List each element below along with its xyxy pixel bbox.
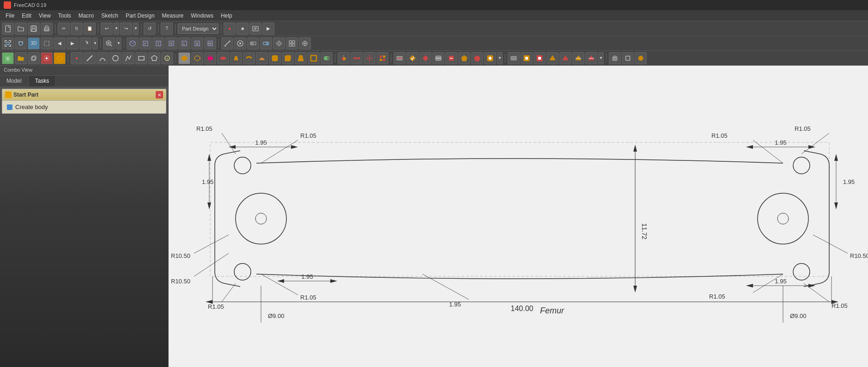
save-file-button[interactable] <box>28 23 40 35</box>
left-view-button[interactable]: L <box>178 37 190 49</box>
help-button[interactable]: ? <box>161 23 173 35</box>
stop-macro-button[interactable]: ■ <box>237 23 249 35</box>
view-extra4[interactable] <box>286 37 298 49</box>
pipe-button[interactable] <box>243 52 255 64</box>
macro-editor-button[interactable] <box>249 23 261 35</box>
menu-measure[interactable]: Measure <box>158 12 188 20</box>
view-extra1[interactable] <box>247 37 259 49</box>
menu-tools[interactable]: Tools <box>55 12 75 20</box>
groove-button[interactable] <box>217 52 229 64</box>
extra2-button[interactable] <box>458 52 470 64</box>
subtractive-button[interactable] <box>471 52 483 64</box>
extra9-button[interactable] <box>559 52 571 64</box>
shape-button[interactable] <box>419 52 431 64</box>
menu-help[interactable]: Help <box>217 12 236 20</box>
rear-view-button[interactable]: Rr <box>204 37 216 49</box>
view-dropdown[interactable]: ▼ <box>92 37 98 49</box>
extra5-button[interactable] <box>508 52 520 64</box>
section-button[interactable] <box>394 52 406 64</box>
clone-button[interactable] <box>28 52 40 64</box>
bottom-view-button[interactable]: B <box>191 37 203 49</box>
point3-button[interactable] <box>432 52 444 64</box>
play-macro-button[interactable]: ▶ <box>262 23 274 35</box>
pad-button[interactable] <box>178 52 190 64</box>
new-sketch-button[interactable] <box>54 52 66 64</box>
extra10-button[interactable] <box>572 52 584 64</box>
extra14-button[interactable] <box>635 52 647 64</box>
fillet-sketch-button[interactable]: f <box>161 52 173 64</box>
menu-partdesign[interactable]: Part Design <box>122 12 158 20</box>
arc-button[interactable] <box>97 52 109 64</box>
boolean-button[interactable] <box>321 52 333 64</box>
tab-tasks[interactable]: Tasks <box>29 76 56 86</box>
menu-macro[interactable]: Macro <box>75 12 97 20</box>
close-panel-button[interactable]: ✕ <box>156 91 163 98</box>
redo-dropdown[interactable]: ▼ <box>133 23 139 35</box>
extra4-button[interactable] <box>484 52 496 64</box>
refresh-button[interactable]: ↺ <box>144 23 156 35</box>
chamfer-button[interactable] <box>282 52 294 64</box>
rect-button[interactable] <box>135 52 147 64</box>
linear-pattern-button[interactable] <box>351 52 363 64</box>
undo-dropdown[interactable]: ▼ <box>114 23 119 35</box>
undo-button[interactable]: ↩ <box>101 23 113 35</box>
extra7-button[interactable] <box>534 52 546 64</box>
open-folder-button[interactable] <box>15 52 27 64</box>
isometric-view-button[interactable] <box>127 37 139 49</box>
toggle-button[interactable] <box>234 37 246 49</box>
revolution-button[interactable] <box>204 52 216 64</box>
measure-button[interactable] <box>221 37 233 49</box>
3d-view-button[interactable]: 3D <box>28 37 40 49</box>
redo-button[interactable]: ↪ <box>120 23 132 35</box>
view-extra5[interactable] <box>299 37 311 49</box>
create-body-item[interactable]: Create body <box>2 101 166 113</box>
menu-sketch[interactable]: Sketch <box>97 12 122 20</box>
thickness-button[interactable] <box>308 52 320 64</box>
line-button[interactable] <box>84 52 96 64</box>
menu-file[interactable]: File <box>2 12 18 20</box>
right-view-button[interactable]: R <box>165 37 177 49</box>
workbench-dropdown[interactable]: Part Design <box>178 24 219 34</box>
extra12-button[interactable] <box>609 52 621 64</box>
extra1-button[interactable] <box>445 52 457 64</box>
top-view-button[interactable]: T <box>152 37 164 49</box>
front-view-button[interactable]: F <box>140 37 152 49</box>
zoom-in-button[interactable] <box>103 37 115 49</box>
extra11-button[interactable] <box>585 52 597 64</box>
copy-button[interactable]: ⎘ <box>71 23 83 35</box>
paste-button[interactable]: 📋 <box>84 23 96 35</box>
view-extra3[interactable] <box>273 37 285 49</box>
mirrored-button[interactable] <box>338 52 350 64</box>
menu-view[interactable]: View <box>35 12 55 20</box>
polar-pattern-button[interactable] <box>364 52 376 64</box>
sync-view-button[interactable] <box>79 37 91 49</box>
view-extra2[interactable] <box>260 37 272 49</box>
fit-selection-button[interactable] <box>15 37 27 49</box>
back-button[interactable]: ◀ <box>54 37 66 49</box>
dropdown5-button[interactable]: ▼ <box>497 52 503 64</box>
circle-button[interactable] <box>109 52 121 64</box>
attach-button[interactable] <box>41 52 53 64</box>
record-macro-button[interactable]: ● <box>224 23 236 35</box>
extra6-button[interactable] <box>521 52 533 64</box>
menu-windows[interactable]: Windows <box>187 12 217 20</box>
new-file-button[interactable] <box>2 23 14 35</box>
menu-edit[interactable]: Edit <box>18 12 35 20</box>
draft-button[interactable] <box>295 52 307 64</box>
part-check-button[interactable] <box>407 52 419 64</box>
multitransform-button[interactable] <box>376 52 388 64</box>
print-button[interactable] <box>41 23 53 35</box>
new-body-button[interactable]: B <box>2 52 14 64</box>
forward-button[interactable]: ▶ <box>67 37 79 49</box>
sweep-button[interactable] <box>256 52 268 64</box>
fillet-3d-button[interactable] <box>269 52 281 64</box>
open-file-button[interactable] <box>15 23 27 35</box>
polygon-button[interactable] <box>148 52 160 64</box>
dropdown6-button[interactable]: ▼ <box>598 52 604 64</box>
extra13-button[interactable] <box>622 52 634 64</box>
loft-button[interactable] <box>230 52 242 64</box>
cut-button[interactable]: ✂ <box>58 23 70 35</box>
extra8-button[interactable] <box>546 52 558 64</box>
polyline-button[interactable] <box>122 52 134 64</box>
tab-model[interactable]: Model <box>0 76 29 86</box>
